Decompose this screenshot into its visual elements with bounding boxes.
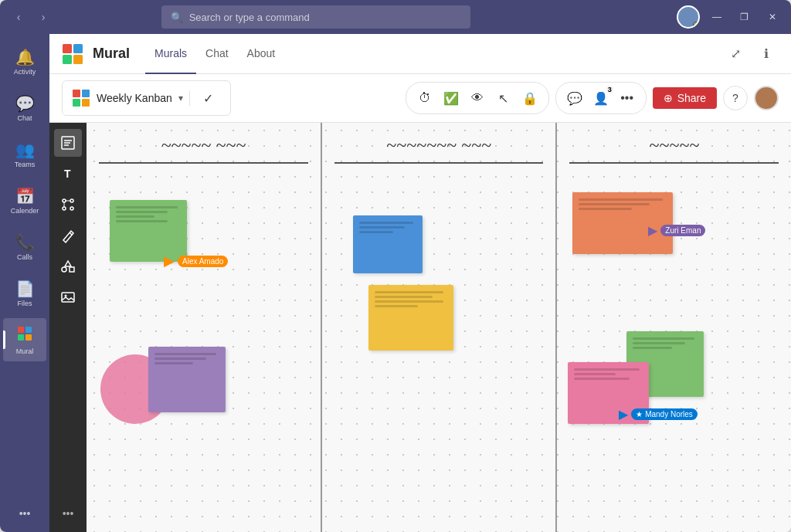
kanban-col-2: ~~~~~~~ ~~~ <box>322 123 558 532</box>
mural-icon <box>16 325 33 346</box>
board-dropdown-arrow[interactable]: ▾ <box>178 93 183 103</box>
sidebar-item-files[interactable]: 📄 Files <box>3 272 46 315</box>
board-action-icon[interactable]: ✓ <box>196 86 221 110</box>
search-placeholder: Search or type a command <box>189 12 310 23</box>
task-tool[interactable]: ✅ <box>439 86 463 110</box>
board-name: Weekly Kanban <box>97 92 172 104</box>
sticky-line <box>579 198 662 201</box>
sticky-line <box>116 211 168 213</box>
activity-label: Activity <box>14 68 36 76</box>
help-button[interactable]: ? <box>723 86 748 110</box>
sidebar-item-mural[interactable]: Mural <box>3 318 46 361</box>
expand-icon[interactable]: ⤢ <box>723 42 748 66</box>
svg-point-18 <box>70 199 73 202</box>
sticky-line <box>359 222 413 224</box>
col-1-underline <box>99 162 308 164</box>
user-avatar[interactable] <box>677 5 700 29</box>
sticky-line <box>633 347 671 349</box>
kanban-col-3: ~~~~~ ▶ Zuri Eman <box>557 123 791 532</box>
tab-murals[interactable]: Murals <box>145 34 196 74</box>
close-button[interactable]: ✕ <box>762 6 783 28</box>
connector-tool[interactable] <box>54 191 82 219</box>
svg-rect-11 <box>82 99 90 107</box>
users-group-container: 👤 3 <box>589 86 613 110</box>
sticky-line <box>579 208 631 210</box>
mural-label: Mural <box>16 347 34 355</box>
tab-chat[interactable]: Chat <box>196 34 238 74</box>
lock-tool[interactable]: 🔒 <box>518 86 542 110</box>
sidebar-item-activity[interactable]: 🔔 Activity <box>3 40 46 83</box>
activity-icon: 🔔 <box>15 48 35 66</box>
cursor-tool[interactable]: ↖ <box>491 86 516 110</box>
calls-icon: 📞 <box>15 233 35 252</box>
col-3-title: ~~~~~ <box>557 135 791 156</box>
sticky-line <box>154 357 206 360</box>
share-label: Share <box>677 92 706 104</box>
forward-button[interactable]: › <box>32 6 54 28</box>
shapes-tool[interactable] <box>54 252 82 280</box>
svg-point-25 <box>62 267 66 272</box>
sticky-line <box>633 337 694 340</box>
maximize-button[interactable]: ❐ <box>734 6 755 28</box>
svg-rect-2 <box>18 334 24 341</box>
svg-rect-0 <box>18 327 24 333</box>
search-bar[interactable]: 🔍 Search or type a command <box>161 5 470 29</box>
canvas[interactable]: ~~~~~ ~~~ ▶ <box>87 123 791 532</box>
sidebar-item-calendar[interactable]: 📅 Calender <box>3 179 46 222</box>
sidebar-more-button[interactable]: ••• <box>13 501 37 526</box>
chat-label: Chat <box>17 114 32 122</box>
share-icon: ⊕ <box>664 92 673 104</box>
kanban-board: ~~~~~ ~~~ ▶ <box>87 123 791 532</box>
timer-tool[interactable]: ⏱ <box>412 86 437 110</box>
sticky-line <box>375 300 443 303</box>
sticky-blue-1[interactable] <box>353 215 423 273</box>
nav-arrows: ‹ › <box>8 6 54 28</box>
main-layout: 🔔 Activity 💬 Chat 👥 Teams 📅 Calender 📞 C… <box>0 34 791 532</box>
current-user-avatar[interactable] <box>754 86 779 110</box>
more-tool[interactable]: ••• <box>615 86 640 110</box>
tools-more-button[interactable]: ••• <box>56 501 80 526</box>
sticky-purple-1[interactable] <box>148 347 226 412</box>
sticky-line <box>359 231 393 233</box>
svg-rect-7 <box>73 55 83 64</box>
content-area: Mural Murals Chat About ⤢ ℹ <box>49 34 791 532</box>
svg-point-17 <box>63 199 66 202</box>
sticky-line <box>375 291 443 293</box>
sticky-yellow-1[interactable] <box>368 285 453 351</box>
calendar-icon: 📅 <box>15 187 35 205</box>
comment-tool[interactable]: 💬 <box>562 86 587 110</box>
calls-label: Calls <box>17 253 32 261</box>
info-icon[interactable]: ℹ <box>754 42 779 66</box>
svg-point-20 <box>70 207 73 210</box>
text-tool[interactable]: T <box>54 160 82 188</box>
view-tool[interactable]: 👁 <box>465 86 490 110</box>
avatar-status <box>693 22 699 28</box>
svg-text:T: T <box>64 168 71 180</box>
svg-rect-26 <box>62 293 74 302</box>
toolbar: Weekly Kanban ▾ ✓ ⏱ ✅ 👁 ↖ 🔒 💬 👤 <box>49 74 791 123</box>
app-title: Mural <box>93 46 130 62</box>
minimize-button[interactable]: — <box>706 6 728 28</box>
svg-rect-4 <box>63 44 72 53</box>
image-tool[interactable] <box>54 283 82 311</box>
svg-rect-6 <box>63 55 72 64</box>
sticky-note-tool[interactable] <box>54 129 82 157</box>
col-2-title: ~~~~~~~ ~~~ <box>322 135 556 156</box>
sticky-line <box>375 305 418 307</box>
svg-rect-3 <box>25 334 32 341</box>
tab-about[interactable]: About <box>238 34 285 74</box>
sidebar-item-chat[interactable]: 💬 Chat <box>3 86 46 130</box>
sticky-line <box>633 342 684 344</box>
sidebar-item-teams[interactable]: 👥 Teams <box>3 133 46 176</box>
svg-point-19 <box>63 207 66 210</box>
mandy-user-tag: ★ Mandy Norles <box>631 408 697 420</box>
pen-tool[interactable] <box>54 222 82 249</box>
back-button[interactable]: ‹ <box>8 6 29 28</box>
svg-point-27 <box>65 295 67 297</box>
app-nav: Murals Chat About <box>145 34 284 74</box>
sticky-line <box>375 296 433 298</box>
board-selector[interactable]: Weekly Kanban ▾ ✓ <box>62 80 231 116</box>
sidebar-item-calls[interactable]: 📞 Calls <box>3 225 46 269</box>
col-2-underline <box>334 162 544 164</box>
share-button[interactable]: ⊕ Share <box>653 87 717 109</box>
